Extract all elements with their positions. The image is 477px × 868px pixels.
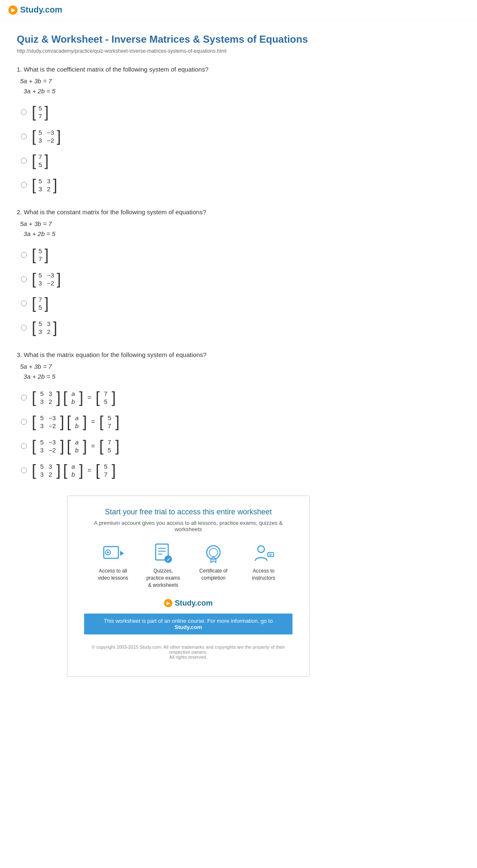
radio-q2c[interactable] [21,300,27,306]
feature-certificate: Certificate of completion [195,542,232,588]
radio-q3b[interactable] [21,419,27,425]
site-logo[interactable]: ▶ Study.com [8,5,62,15]
radio-q2d[interactable] [21,325,27,331]
option-q1c[interactable]: [ 7 5 ] [21,152,360,169]
feature-quiz: ✓ Quizzes, practice exams & worksheets [144,542,182,588]
option-q2b[interactable]: [ 5 −3 3 −2 ] [21,271,360,288]
question-3: 3. What is the matrix equation for the f… [17,351,360,479]
matrix-eq-q3b: [ 5 −3 3 −2 ] [ a b ] = [ [32,413,120,430]
matrix-q1d: [ 5 3 3 2 ] [32,177,57,193]
feature-quiz-label: Quizzes, practice exams & worksheets [144,568,182,588]
matrix-q1a: [ 5 7 ] [32,104,49,121]
trial-subtitle: A premium account gives you access to al… [84,520,292,532]
matrix-eq-q3c: [ 5 −3 3 −2 ] [ a b ] = [ [32,438,120,455]
svg-text:✓: ✓ [167,557,170,562]
question-3-text: 3. What is the matrix equation for the f… [17,351,360,358]
logo-text: Study.com [20,5,62,15]
matrix-eq-q3a: [ 5 3 3 2 ] [ a b ] = [ [32,389,116,406]
question-1-text: 1. What is the coefficient matrix of the… [17,66,360,73]
page-url: http://study.com/academy/practice/quiz-w… [17,48,360,54]
feature-certificate-label: Certificate of completion [195,568,232,582]
radio-q2a[interactable] [21,252,27,258]
trial-banner-link[interactable]: Study.com [174,624,202,630]
matrix-q1c: [ 7 5 ] [32,152,49,169]
svg-rect-13 [268,552,274,557]
feature-video-label: Access to all video lessons [94,568,132,582]
video-icon [102,542,124,564]
trial-logo: ▶ Study.com [84,599,292,608]
trial-title: Start your free trial to access this ent… [84,508,292,516]
question-2-options: [ 5 7 ] [ 5 −3 3 −2 [21,247,360,336]
matrix-q1b: [ 5 −3 3 −2 ] [32,128,61,145]
page-title: Quiz & Worksheet - Inverse Matrices & Sy… [17,33,360,46]
radio-q1b[interactable] [21,134,27,139]
svg-rect-0 [104,547,118,558]
trial-box: Start your free trial to access this ent… [67,496,310,676]
option-q1d[interactable]: [ 5 3 3 2 ] [21,177,360,193]
main-content: Quiz & Worksheet - Inverse Matrices & Sy… [0,20,377,706]
svg-point-12 [258,546,264,552]
certificate-icon [203,542,224,564]
option-q3d[interactable]: [ 5 3 3 2 ] [ a b ] = [ [21,462,360,479]
matrix-q2c: [ 7 5 ] [32,295,49,312]
option-q2a[interactable]: [ 5 7 ] [21,247,360,263]
radio-q2b[interactable] [21,276,27,282]
radio-q3a[interactable] [21,395,27,401]
trial-banner-text: This worksheet is part of an online cour… [104,618,273,624]
option-q2c[interactable]: [ 7 5 ] [21,295,360,312]
question-3-equations: 5a + 3b = 7 3a + 2b = 5 [20,362,360,382]
question-1-equations: 5a + 3b = 7 3a + 2b = 5 [20,76,360,96]
svg-marker-1 [120,551,124,556]
question-1: 1. What is the coefficient matrix of the… [17,66,360,193]
feature-instructor: Access to instructors [245,542,282,588]
svg-marker-3 [107,551,110,554]
question-2-text: 2. What is the constant matrix for the f… [17,208,360,216]
svg-point-11 [209,548,218,557]
question-2-equations: 5a + 3b = 7 3a + 2b = 5 [20,219,360,239]
trial-banner: This worksheet is part of an online cour… [84,614,292,634]
option-q3a[interactable]: [ 5 3 3 2 ] [ a b ] = [ [21,389,360,406]
option-q2d[interactable]: [ 5 3 3 2 ] [21,319,360,336]
feature-instructor-label: Access to instructors [245,568,282,582]
trial-features: Access to all video lessons ✓ Quizzes, p… [84,542,292,588]
site-header: ▶ Study.com [0,0,477,20]
option-q3c[interactable]: [ 5 −3 3 −2 ] [ a b ] = [ [21,438,360,455]
trial-logo-text: Study.com [175,599,213,608]
trial-logo-icon: ▶ [164,599,172,607]
radio-q3c[interactable] [21,443,27,449]
radio-q3d[interactable] [21,467,27,473]
radio-q1a[interactable] [21,109,27,115]
option-q3b[interactable]: [ 5 −3 3 −2 ] [ a b ] = [ [21,413,360,430]
logo-icon: ▶ [8,5,18,15]
matrix-q2d: [ 5 3 3 2 ] [32,319,57,336]
quiz-icon: ✓ [152,542,174,564]
radio-q1d[interactable] [21,182,27,188]
instructor-icon [253,542,274,564]
option-q1b[interactable]: [ 5 −3 3 −2 ] [21,128,360,145]
matrix-q2a: [ 5 7 ] [32,247,49,263]
matrix-q2b: [ 5 −3 3 −2 ] [32,271,61,288]
question-3-options: [ 5 3 3 2 ] [ a b ] = [ [21,389,360,479]
question-1-options: [ 5 7 ] [ 5 −3 3 −2 [21,104,360,193]
question-2: 2. What is the constant matrix for the f… [17,208,360,336]
option-q1a[interactable]: [ 5 7 ] [21,104,360,121]
radio-q1c[interactable] [21,158,27,164]
feature-video: Access to all video lessons [94,542,132,588]
footer-copyright: © copyright 2003-2015 Study.com. All oth… [84,640,292,668]
matrix-eq-q3d: [ 5 3 3 2 ] [ a b ] = [ [32,462,116,479]
